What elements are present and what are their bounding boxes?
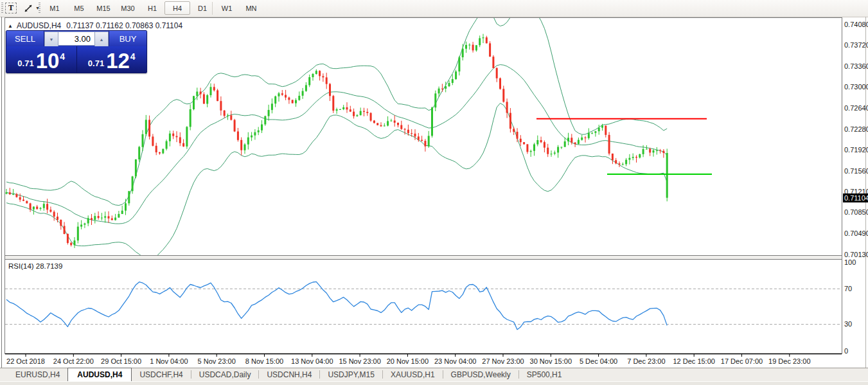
timeframe-button-m5[interactable]: M5 — [67, 1, 91, 15]
sell-price-main: 0.71 — [17, 58, 33, 68]
buy-price-main: 0.71 — [88, 58, 104, 68]
arrange-arrows-icon — [23, 3, 33, 13]
chart-ohlc-values: 0.71137 0.71162 0.70863 0.71104 — [66, 21, 182, 30]
timeframe-button-mn[interactable]: MN — [239, 1, 263, 15]
price-axis-label: 0.70130 — [844, 251, 868, 258]
window-left-border — [1, 17, 2, 381]
caret-up-icon: ▲ — [100, 37, 104, 42]
rsi-axis-label: 100 — [844, 259, 868, 266]
price-axis-label: 0.73720 — [844, 42, 868, 49]
tab-usdchf-h4[interactable]: USDCHF,H4 — [132, 369, 190, 381]
buy-price-display[interactable]: 0.71 12 4 — [77, 46, 147, 73]
buy-price-big: 12 — [106, 51, 130, 71]
chart-marker-icon: ▲ — [8, 23, 13, 29]
timeframe-buttons: M1M5M15M30H1H4D1W1MN — [42, 1, 263, 15]
tab-sp500-h1[interactable]: SP500,H1 — [519, 369, 570, 381]
volume-input[interactable]: 3.00 — [58, 31, 94, 46]
tab-audusd-h4[interactable]: AUDUSD,H4 — [67, 368, 132, 382]
rsi-indicator-label: RSI(14) 28.7139 — [8, 262, 62, 270]
current-price-tag: 0.71104 — [843, 193, 868, 202]
text-tool-button[interactable]: T — [5, 1, 17, 15]
price-axis-label: 0.70490 — [844, 230, 868, 237]
text-tool-icon: T — [5, 3, 17, 13]
timeframe-button-m15[interactable]: M15 — [91, 1, 116, 15]
timeframe-button-d1[interactable]: D1 — [190, 1, 215, 15]
one-click-trade-panel: SELL ▼ 3.00 ▲ BUY 0.71 10 4 0.71 12 4 — [6, 30, 147, 73]
arrange-arrows-button[interactable]: ▼ — [23, 1, 40, 15]
volume-down-button[interactable]: ▼ — [44, 31, 58, 47]
sell-price-display[interactable]: 0.71 10 4 — [6, 46, 77, 73]
toolbar-grip-2[interactable] — [39, 3, 40, 14]
tab-usdjpy-m15[interactable]: USDJPY,M15 — [320, 369, 382, 381]
rsi-axis-label: 70 — [844, 285, 868, 292]
price-axis-label: 0.70850 — [844, 209, 868, 216]
toolbar-separator — [212, 2, 213, 15]
sell-price-sup: 4 — [60, 51, 65, 62]
price-axis-label: 0.72280 — [844, 126, 868, 133]
tab-usdcnh-h4[interactable]: USDCNH,H4 — [259, 369, 319, 381]
time-axis-label: 19 Dec 23:00 — [760, 357, 819, 365]
sell-button[interactable]: SELL — [6, 31, 44, 46]
chart-symbol-label: AUDUSD,H4 — [17, 21, 61, 30]
price-axis-label: 0.73000 — [844, 84, 868, 91]
chart-right-border — [842, 17, 842, 354]
status-bar — [0, 381, 868, 385]
timeframe-button-h1[interactable]: H1 — [140, 1, 164, 15]
mt4-window: T ▼ M1M5M15M30H1H4D1W1MN ▲ AUDUSD,H4 0.7… — [0, 0, 868, 385]
toolbar-grip[interactable] — [1, 3, 3, 14]
tab-eurusd-h4[interactable]: EURUSD,H4 — [8, 369, 67, 381]
tab-gbpusd-weekly[interactable]: GBPUSD,Weekly — [443, 369, 518, 381]
buy-button[interactable]: BUY — [109, 31, 146, 46]
price-axis-label: 0.71920 — [844, 147, 868, 154]
chart-title: ▲ AUDUSD,H4 0.71137 0.71162 0.70863 0.71… — [8, 21, 182, 30]
chart-tab-bar: EURUSD,H4AUDUSD,H4USDCHF,H4USDCAD,DailyU… — [0, 368, 868, 381]
tab-xauusd-h1[interactable]: XAUUSD,H1 — [383, 369, 443, 381]
tab-usdcad-daily[interactable]: USDCAD,Daily — [191, 369, 259, 381]
timeframe-button-w1[interactable]: W1 — [215, 1, 239, 15]
rsi-axis-label: 0 — [844, 348, 868, 355]
top-toolbar: T ▼ M1M5M15M30H1H4D1W1MN — [0, 0, 868, 17]
rsi-axis-label: 30 — [844, 321, 868, 328]
buy-price-sup: 4 — [130, 51, 136, 62]
volume-up-button[interactable]: ▲ — [94, 31, 109, 47]
timeframe-button-m1[interactable]: M1 — [42, 1, 67, 15]
rsi-chart-canvas[interactable] — [5, 260, 842, 357]
volume-stepper: ▼ 3.00 ▲ — [44, 31, 109, 46]
price-axis-label: 0.71560 — [844, 168, 868, 175]
price-axis-label: 0.72640 — [844, 105, 868, 112]
caret-down-icon: ▼ — [49, 37, 54, 42]
timeframe-button-h4[interactable]: H4 — [164, 1, 190, 15]
price-axis-label: 0.73360 — [844, 63, 868, 70]
timeframe-button-m30[interactable]: M30 — [116, 1, 140, 15]
sell-price-big: 10 — [36, 51, 60, 71]
price-axis-label: 0.74080 — [844, 21, 868, 28]
